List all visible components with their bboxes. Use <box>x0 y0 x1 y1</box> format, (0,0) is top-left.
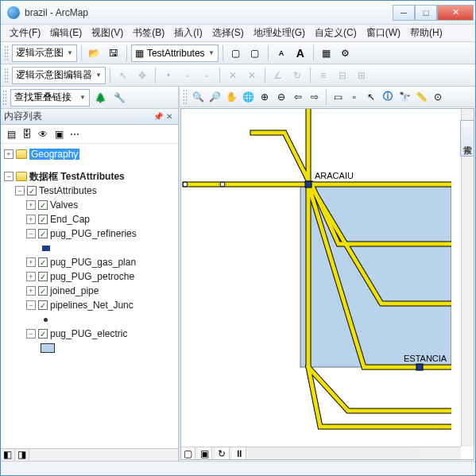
find-button[interactable]: 🔭 <box>397 89 412 105</box>
tree-node-layer[interactable]: +✓joined_pipe <box>2 284 176 298</box>
layout-props-button[interactable]: 🔧 <box>110 89 128 106</box>
next-extent-button[interactable]: ⇨ <box>307 89 323 105</box>
tool[interactable]: ✕ <box>224 67 242 84</box>
tree-node-layer[interactable]: +✓End_Cap <box>2 212 176 226</box>
text-smaller-button[interactable]: A <box>273 45 290 62</box>
menu-bookmarks[interactable]: 书签(B) <box>129 25 168 41</box>
tool[interactable]: • <box>160 67 177 84</box>
menu-file[interactable]: 文件(F) <box>6 25 45 41</box>
checkbox[interactable]: ✓ <box>27 186 37 195</box>
menu-geoprocessing[interactable]: 地理处理(G) <box>250 25 309 41</box>
zoom-out-button[interactable]: 🔎 <box>207 89 223 105</box>
toc-tree[interactable]: + Geography − 数据框 TestAttributes − ✓ Tes… <box>1 144 178 448</box>
list-by-visibility-button[interactable]: 👁 <box>36 127 50 141</box>
edit-tool[interactable]: ↖ <box>114 67 132 84</box>
minimize-button[interactable]: ─ <box>393 5 415 21</box>
maximize-button[interactable]: □ <box>415 5 437 21</box>
save-button[interactable]: 🖫 <box>105 45 122 62</box>
tree-node-layer[interactable]: −✓pipelines_Net_Junc <box>2 298 176 312</box>
tree-node-dataframe[interactable]: − 数据框 TestAttributes <box>2 169 176 184</box>
tool[interactable]: ↻ <box>288 67 306 84</box>
toolbar-grip[interactable] <box>4 45 9 61</box>
tree-node-layer[interactable]: +✓pug_PUG_gas_plan <box>2 255 176 269</box>
select-button[interactable]: ▭ <box>330 89 346 105</box>
map-canvas[interactable]: ARACAIU ESTANCIA ▢ ▣ ↻ ⏸ <box>180 108 474 460</box>
tree-node-layer[interactable]: −✓pug_PUG_electric <box>2 327 176 341</box>
collapse-icon[interactable]: − <box>26 329 36 339</box>
checkbox[interactable]: ✓ <box>38 257 48 267</box>
menu-window[interactable]: 窗口(W) <box>362 25 404 41</box>
collapse-icon[interactable]: − <box>4 172 14 181</box>
open-button[interactable]: 📂 <box>86 45 103 62</box>
toolbar-grip[interactable] <box>4 68 9 83</box>
options-button[interactable]: ⋯ <box>68 127 82 141</box>
pan-button[interactable]: ✋ <box>223 89 239 105</box>
collapse-icon[interactable]: − <box>15 186 25 195</box>
expand-icon[interactable]: + <box>26 286 36 296</box>
tree-node-layer[interactable]: +✓pug_PUG_petroche <box>2 269 176 284</box>
menu-edit[interactable]: 编辑(E) <box>46 25 86 41</box>
toc-tab[interactable]: ◨ <box>15 449 29 461</box>
pin-icon[interactable]: 📌 <box>153 112 164 121</box>
dataframe-combo[interactable]: ▦TestAttributes▼ <box>131 45 219 62</box>
scrollbar-horizontal[interactable] <box>249 447 416 459</box>
zoom-in-button[interactable]: 🔍 <box>190 89 206 105</box>
tree-node-layer[interactable]: −✓pug_PUG_refineries <box>2 226 176 241</box>
collapse-icon[interactable]: − <box>26 300 36 310</box>
editor-dropdown[interactable]: 逻辑示意图编辑器▼ <box>12 67 106 84</box>
frame-button[interactable]: ▢ <box>227 45 245 62</box>
list-by-source-button[interactable]: 🗄 <box>20 127 34 141</box>
checkbox[interactable]: ✓ <box>38 200 48 210</box>
prev-extent-button[interactable]: ⇦ <box>290 89 306 105</box>
menu-insert[interactable]: 插入(I) <box>170 25 206 41</box>
collapse-icon[interactable]: − <box>26 229 36 238</box>
expand-icon[interactable]: + <box>26 272 36 281</box>
expand-icon[interactable]: + <box>26 257 36 267</box>
full-extent-button[interactable]: 🌐 <box>240 89 256 105</box>
checkbox[interactable]: ✓ <box>38 229 48 238</box>
goto-xy-button[interactable]: ⊙ <box>430 89 446 105</box>
toolbar-grip[interactable] <box>183 89 188 105</box>
tool[interactable]: ▫ <box>179 67 196 84</box>
tool-button[interactable]: ▦ <box>318 45 335 62</box>
tool[interactable]: ∠ <box>269 67 287 84</box>
tree-node-layer[interactable]: +✓Valves <box>2 198 176 212</box>
menu-help[interactable]: 帮助(H) <box>406 25 447 41</box>
close-button[interactable]: ✕ <box>437 5 474 21</box>
refresh-button[interactable]: ↻ <box>215 447 230 459</box>
tool-button[interactable]: ⚙ <box>337 45 354 62</box>
expand-icon[interactable]: + <box>26 215 36 224</box>
tool[interactable]: ⊞ <box>353 67 370 84</box>
tree-node-geography[interactable]: + Geography <box>2 147 176 161</box>
clear-sel-button[interactable]: ▫ <box>346 89 362 105</box>
menu-select[interactable]: 选择(S) <box>208 25 248 41</box>
toolbar-grip[interactable] <box>2 90 7 106</box>
tool[interactable]: ▫ <box>198 67 215 84</box>
tool[interactable]: ✕ <box>243 67 261 84</box>
close-icon[interactable]: ✕ <box>164 112 175 121</box>
tree-node-group[interactable]: − ✓ TestAttributes <box>2 184 176 198</box>
checkbox[interactable]: ✓ <box>38 215 48 224</box>
pause-button[interactable]: ⏸ <box>232 447 246 459</box>
fixed-zoom-out-button[interactable]: ⊖ <box>273 89 289 105</box>
checkbox[interactable]: ✓ <box>38 272 48 281</box>
toc-tab[interactable]: ◧ <box>1 449 15 461</box>
run-layout-button[interactable]: 🌲 <box>91 89 109 106</box>
list-by-drawing-button[interactable]: ▤ <box>4 127 18 141</box>
tool[interactable]: ⊟ <box>334 67 351 84</box>
move-tool[interactable]: ✥ <box>134 67 151 84</box>
measure-button[interactable]: 📏 <box>413 89 429 105</box>
identify-button[interactable]: ⓘ <box>380 89 396 105</box>
checkbox[interactable]: ✓ <box>38 329 48 339</box>
data-view-button[interactable]: ▢ <box>181 447 195 459</box>
frame-button[interactable]: ▢ <box>246 45 264 62</box>
list-by-selection-button[interactable]: ▣ <box>52 127 66 141</box>
search-side-tab[interactable]: 搜索 <box>460 120 474 157</box>
text-larger-button[interactable]: A <box>292 45 309 62</box>
expand-icon[interactable]: + <box>26 200 36 210</box>
menu-customize[interactable]: 自定义(C) <box>311 25 361 41</box>
menu-view[interactable]: 视图(V) <box>87 25 127 41</box>
layout-combo[interactable]: 查找重叠链接▼ <box>10 89 90 106</box>
expand-icon[interactable]: + <box>4 149 14 159</box>
schematic-dropdown[interactable]: 逻辑示意图▼ <box>12 45 77 62</box>
